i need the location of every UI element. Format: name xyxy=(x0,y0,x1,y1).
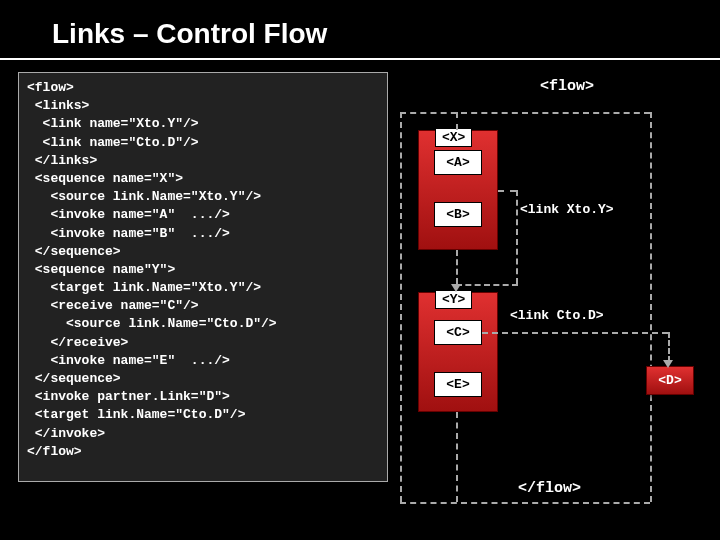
activity-e: <E> xyxy=(434,372,482,397)
arrow-xtoy xyxy=(516,190,518,284)
flow-spine xyxy=(456,250,458,284)
arrow-xtoy xyxy=(498,190,516,192)
arrow-ctod xyxy=(668,332,670,362)
arrow-ctod xyxy=(482,332,668,334)
arrow-ctod-head xyxy=(663,360,673,368)
flow-spine xyxy=(456,112,458,130)
flow-border xyxy=(650,112,652,502)
arrow-xtoy-head xyxy=(451,284,461,292)
arrow-xtoy xyxy=(456,284,518,286)
activity-d: <D> xyxy=(646,366,694,395)
flow-border xyxy=(400,502,650,504)
title-underline xyxy=(0,58,720,60)
sequence-x-box: <X> xyxy=(418,130,498,250)
link-ctod-label: <link Cto.D> xyxy=(510,308,604,323)
sequence-y-label: <Y> xyxy=(435,290,472,309)
flow-open-label: <flow> xyxy=(540,78,594,95)
flow-border xyxy=(400,112,402,502)
flow-border xyxy=(400,112,650,114)
flow-spine xyxy=(456,412,458,502)
code-text: <flow> <links> <link name="Xto.Y"/> <lin… xyxy=(27,79,379,461)
activity-c: <C> xyxy=(434,320,482,345)
flow-close-label: </flow> xyxy=(518,480,581,497)
flow-diagram: <flow> <X> <A> <B> <Y> <C> <E> <D> <link… xyxy=(400,72,710,512)
sequence-x-label: <X> xyxy=(435,128,472,147)
activity-a: <A> xyxy=(434,150,482,175)
code-listing: <flow> <links> <link name="Xto.Y"/> <lin… xyxy=(18,72,388,482)
link-xtoy-label: <link Xto.Y> xyxy=(520,202,614,217)
page-title: Links – Control Flow xyxy=(52,18,327,50)
activity-b: <B> xyxy=(434,202,482,227)
